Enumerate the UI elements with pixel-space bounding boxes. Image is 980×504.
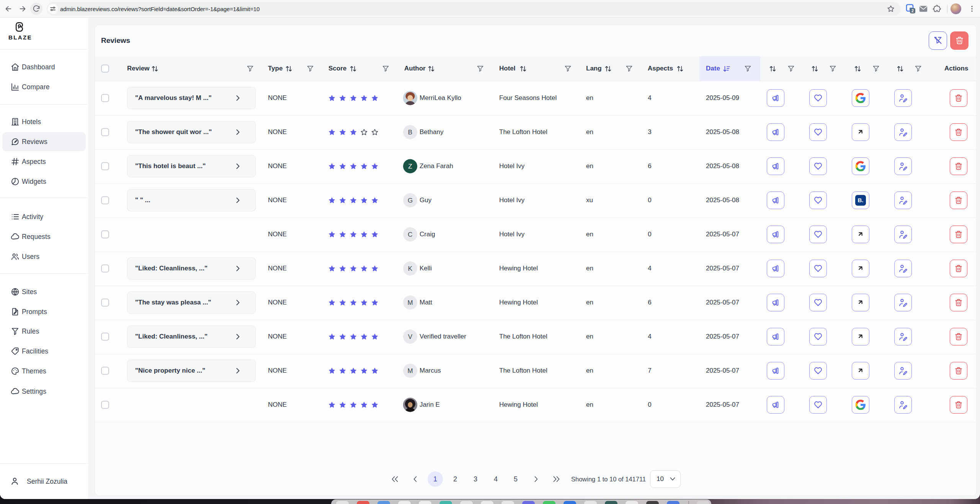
svg-text:2: 2 <box>911 8 914 13</box>
